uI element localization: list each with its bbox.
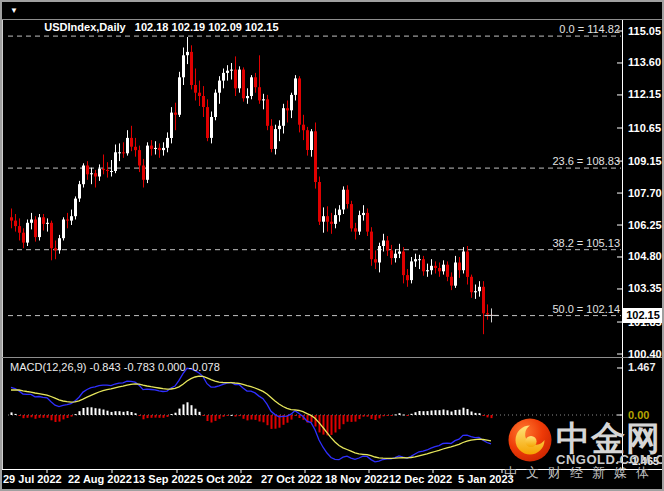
- price-axis-line: [622, 20, 623, 469]
- window-frame-top: [0, 0, 664, 2]
- price-axis-label: 113.60: [628, 56, 661, 69]
- date-axis-label: 5 Oct 2022: [197, 473, 252, 486]
- price-axis-label: 109.15: [628, 155, 662, 168]
- watermark-brand-text: 中金网: [556, 420, 661, 456]
- price-axis-label: 107.70: [628, 187, 662, 200]
- symbol-period-label: USDIndex,Daily: [44, 21, 125, 33]
- chart-window: ▼ USDIndex,Daily 102.18 102.19 102.09 10…: [0, 0, 664, 491]
- current-price-tag: 102.15: [623, 308, 663, 323]
- fib-level-label: 50.0 = 102.14: [552, 303, 620, 315]
- collapse-triangle-icon[interactable]: ▼: [10, 2, 18, 19]
- fib-level-label: 23.6 = 108.83: [552, 155, 620, 167]
- price-axis-label: 104.80: [628, 250, 662, 263]
- price-axis-label: 100.40: [628, 348, 662, 361]
- date-axis-label: 29 Jul 2022: [3, 473, 62, 486]
- macd-axis-label: 1.467: [628, 361, 656, 374]
- macd-indicator-readout: MACD(12,26,9) -0.843 -0.783 0.000 -0.078: [10, 361, 220, 373]
- date-axis-label: 27 Oct 2022: [261, 473, 322, 486]
- price-axis-label: 115.05: [628, 25, 661, 38]
- date-axis-label: 12 Dec 2022: [389, 473, 452, 486]
- window-frame-left: [0, 0, 2, 491]
- macd-values: -0.843 -0.783 0.000 -0.078: [89, 361, 219, 373]
- macd-name: MACD(12,26,9): [10, 361, 86, 373]
- price-axis-label: 112.15: [628, 88, 661, 101]
- chart-title-bar: ▼ USDIndex,Daily 102.18 102.19 102.09 10…: [2, 2, 662, 19]
- ohlc-readout: 102.18 102.19 102.09 102.15: [135, 21, 279, 33]
- price-axis-label: 106.25: [628, 219, 662, 232]
- fib-level-label: 0.0 = 114.82: [559, 23, 620, 35]
- date-axis-label: 18 Nov 2022: [325, 473, 389, 486]
- date-axis-label: 22 Aug 2022: [68, 473, 132, 486]
- date-axis-label: 13 Sep 2022: [133, 473, 196, 486]
- indicator-panel-separator[interactable]: [2, 357, 662, 358]
- price-axis-label: 110.65: [628, 122, 661, 135]
- cngold-logo-icon: [506, 416, 554, 464]
- price-axis-label: 103.35: [628, 282, 662, 295]
- fib-level-label: 38.2 = 105.13: [552, 237, 620, 249]
- watermark-tagline-text: 中文财经新媒体: [504, 464, 658, 482]
